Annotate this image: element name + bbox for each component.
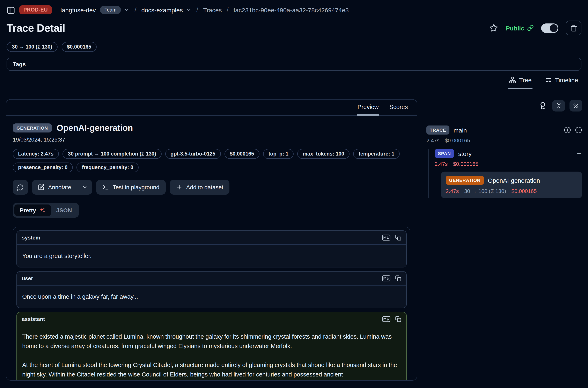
tab-timeline-label: Timeline — [555, 76, 578, 84]
generation-metrics: 2.47s 30 → 100 (Σ 130) $0.000165 — [446, 188, 577, 194]
breadcrumb-traces-link[interactable]: Traces — [203, 6, 222, 13]
test-in-playground-button[interactable]: Test in playground — [96, 180, 165, 194]
main-content: Preview Scores GENERATION OpenAI-generat… — [0, 89, 588, 381]
markdown-toggle-icon[interactable] — [382, 315, 391, 323]
max-tokens-badge: max_tokens: 100 — [297, 149, 350, 159]
breadcrumb-divider — [56, 6, 56, 14]
observation-type-badge: GENERATION — [13, 123, 52, 132]
sparkles-icon — [39, 207, 45, 214]
panel-left-icon[interactable] — [7, 5, 15, 14]
cost-badge: $0.000165 — [62, 42, 97, 52]
tree-toolbar — [426, 100, 582, 112]
span-name: story — [458, 150, 472, 157]
tree-node-trace[interactable]: TRACE main — [426, 125, 582, 135]
trace-detail-page: PROD-EU langfuse-dev Team / docs-example… — [0, 0, 588, 388]
tags-box[interactable]: Tags — [7, 58, 581, 71]
format-pretty-button[interactable]: Pretty — [14, 204, 51, 216]
public-toggle[interactable] — [541, 23, 558, 33]
observation-header: GENERATION OpenAI-generation — [13, 123, 410, 133]
message-content: You are a great storyteller. — [17, 245, 406, 267]
trace-metrics: 2.47s $0.000165 — [426, 137, 582, 144]
model-badge: gpt-3.5-turbo-0125 — [165, 149, 221, 159]
temperature-badge: temperature: 1 — [353, 149, 400, 159]
trace-summary-badges: 30 → 100 (Σ 130) $0.000165 — [7, 42, 581, 52]
copy-icon[interactable] — [395, 316, 401, 322]
delete-trace-button[interactable] — [566, 21, 581, 35]
public-link[interactable]: Public — [506, 24, 534, 31]
message-role: assistant — [22, 316, 45, 322]
plus-icon — [176, 184, 182, 191]
tab-timeline[interactable]: Timeline — [544, 73, 579, 89]
message-header: assistant — [17, 312, 406, 326]
format-json-button[interactable]: JSON — [51, 204, 77, 216]
toggle-knob — [550, 24, 558, 32]
cost-badge: $0.000165 — [224, 149, 259, 159]
message-actions — [382, 234, 401, 241]
tree-node-span[interactable]: SPAN story − — [435, 149, 582, 158]
message-role: user — [22, 275, 33, 281]
title-actions: Public — [489, 21, 581, 35]
metadata-badges-row-2: presence_penalty: 0 frequency_penalty: 0 — [13, 163, 410, 172]
copy-icon[interactable] — [395, 275, 401, 281]
format-toggle: Pretty JSON — [13, 203, 79, 218]
pencil-square-icon — [38, 184, 45, 191]
collapse-all-button[interactable] — [552, 100, 565, 112]
trace-latency: 2.47s — [426, 137, 440, 144]
messages-container: system You are a great storyteller. — [13, 227, 410, 380]
presence-penalty-badge: presence_penalty: 0 — [13, 163, 73, 172]
tab-tree[interactable]: Tree — [508, 73, 533, 89]
breadcrumb-project[interactable]: docs-examples — [141, 6, 183, 13]
trace-children: SPAN story − 2.47s $0.000165 GENERATION … — [429, 149, 582, 198]
metadata-badges-row-1: Latency: 2.47s 30 prompt → 100 completio… — [13, 149, 410, 159]
breadcrumb-separator: / — [134, 6, 137, 14]
circle-plus-icon[interactable] — [564, 126, 571, 134]
message-assistant: assistant There existed — [17, 312, 407, 380]
org-role-badge[interactable]: Team — [100, 6, 121, 14]
terminal-icon — [102, 184, 109, 191]
environment-badge[interactable]: PROD-EU — [19, 5, 52, 14]
star-icon[interactable] — [489, 24, 498, 32]
trace-tree-panel: TRACE main 2.47s $0.000165 SPAN — [426, 99, 582, 198]
tab-scores[interactable]: Scores — [389, 104, 408, 116]
breadcrumb-organization[interactable]: langfuse-dev — [60, 6, 96, 13]
span-type-badge: SPAN — [435, 149, 454, 158]
chevron-down-icon[interactable] — [124, 7, 130, 13]
pretty-label: Pretty — [20, 207, 36, 214]
message-role: system — [22, 235, 40, 241]
tab-preview[interactable]: Preview — [358, 104, 379, 116]
add-to-dataset-button[interactable]: Add to dataset — [170, 180, 229, 194]
comment-icon — [17, 184, 24, 191]
annotate-dropdown-button[interactable] — [77, 180, 92, 194]
award-icon[interactable] — [539, 102, 547, 110]
chevron-down-icon[interactable] — [186, 7, 191, 13]
message-header: system — [17, 231, 406, 245]
annotate-button[interactable]: Annotate — [32, 180, 77, 194]
add-dataset-label: Add to dataset — [186, 184, 223, 191]
tree-icon — [509, 76, 516, 84]
span-children: GENERATION OpenAI-generation 2.47s 30 → … — [436, 171, 582, 198]
message-header: user — [17, 271, 406, 286]
title-row: Trace Detail Public — [7, 21, 581, 35]
top-bar: PROD-EU langfuse-dev Team / docs-example… — [0, 0, 588, 89]
tags-label: Tags — [13, 61, 26, 68]
actions-row: Annotate Test in playgroun — [13, 180, 410, 194]
generation-row-header: GENERATION OpenAI-generation — [446, 176, 577, 185]
tab-tree-label: Tree — [519, 76, 532, 84]
list-tree-icon — [545, 76, 552, 84]
panel-tabs: Preview Scores — [6, 99, 417, 116]
link-icon — [527, 25, 534, 31]
trace-cost: $0.000165 — [445, 137, 470, 144]
markdown-toggle-icon[interactable] — [382, 234, 391, 241]
show-percentages-button[interactable] — [569, 100, 582, 112]
comments-button[interactable] — [13, 180, 28, 194]
copy-icon[interactable] — [395, 235, 401, 241]
markdown-toggle-icon[interactable] — [382, 275, 391, 282]
breadcrumb-separator: / — [196, 6, 199, 14]
chevron-down-icon — [82, 184, 88, 190]
message-user: user Once upon a time in a galaxy far, — [17, 271, 407, 308]
generation-usage: 30 → 100 (Σ 130) — [464, 188, 506, 194]
tree-node-generation-selected[interactable]: GENERATION OpenAI-generation 2.47s 30 → … — [441, 171, 582, 198]
circle-minus-icon[interactable] — [575, 126, 582, 134]
collapse-node-button[interactable]: − — [576, 150, 582, 157]
public-label: Public — [506, 24, 524, 31]
